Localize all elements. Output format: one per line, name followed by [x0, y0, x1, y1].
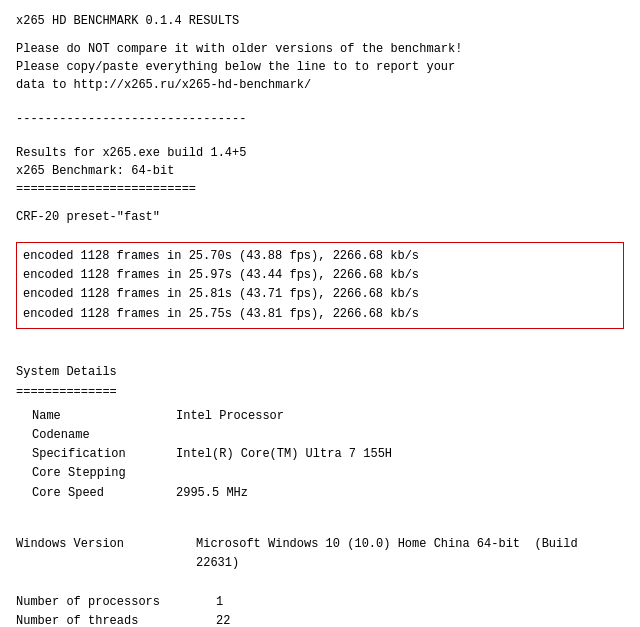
detail-value-specification: Intel(R) Core(TM) Ultra 7 155H	[176, 445, 624, 464]
intro-line2: Please copy/paste everything below the l…	[16, 58, 624, 76]
detail-row-core-speed: Core Speed 2995.5 MHz	[16, 484, 624, 503]
windows-label: Windows Version	[16, 535, 196, 573]
page-title: x265 HD BENCHMARK 0.1.4 RESULTS	[16, 12, 624, 30]
detail-label-name: Name	[16, 407, 176, 426]
num-processors-value: 1	[216, 593, 624, 612]
detail-label-core-speed: Core Speed	[16, 484, 176, 503]
num-threads-label: Number of threads	[16, 612, 216, 627]
intro-line1: Please do NOT compare it with older vers…	[16, 40, 624, 58]
processors-section: Number of processors 1 Number of threads…	[16, 593, 624, 627]
build-line2: x265 Benchmark: 64-bit	[16, 162, 624, 180]
crf-label: CRF-20 preset-"fast"	[16, 208, 624, 226]
windows-value: Microsoft Windows 10 (10.0) Home China 6…	[196, 535, 624, 573]
detail-value-codename	[176, 426, 624, 445]
num-threads-value: 22	[216, 612, 624, 627]
divider-line: --------------------------------	[16, 110, 624, 128]
detail-row-name: Name Intel Processor	[16, 407, 624, 426]
encoded-result-2: encoded 1128 frames in 25.81s (43.71 fps…	[23, 285, 617, 304]
main-content: x265 HD BENCHMARK 0.1.4 RESULTS Please d…	[16, 12, 624, 627]
num-processors-row: Number of processors 1	[16, 593, 624, 612]
build-line1: Results for x265.exe build 1.4+5	[16, 144, 624, 162]
windows-row: Windows Version Microsoft Windows 10 (10…	[16, 535, 624, 573]
num-processors-label: Number of processors	[16, 593, 216, 612]
detail-value-core-speed: 2995.5 MHz	[176, 484, 624, 503]
intro-line3: data to http://x265.ru/x265-hd-benchmark…	[16, 76, 624, 94]
encoded-result-0: encoded 1128 frames in 25.70s (43.88 fps…	[23, 247, 617, 266]
system-details-divider: ==============	[16, 383, 624, 401]
detail-value-core-stepping	[176, 464, 624, 483]
encoded-result-1: encoded 1128 frames in 25.97s (43.44 fps…	[23, 266, 617, 285]
encoded-results-box: encoded 1128 frames in 25.70s (43.88 fps…	[16, 242, 624, 329]
num-threads-row: Number of threads 22	[16, 612, 624, 627]
detail-row-specification: Specification Intel(R) Core(TM) Ultra 7 …	[16, 445, 624, 464]
detail-label-codename: Codename	[16, 426, 176, 445]
system-details-title: System Details	[16, 363, 624, 381]
detail-value-name: Intel Processor	[176, 407, 624, 426]
detail-label-core-stepping: Core Stepping	[16, 464, 176, 483]
windows-section: Windows Version Microsoft Windows 10 (10…	[16, 535, 624, 573]
encoded-result-3: encoded 1128 frames in 25.75s (43.81 fps…	[23, 305, 617, 324]
detail-label-specification: Specification	[16, 445, 176, 464]
detail-row-codename: Codename	[16, 426, 624, 445]
system-details-section: System Details ============== Name Intel…	[16, 363, 624, 503]
detail-row-core-stepping: Core Stepping	[16, 464, 624, 483]
build-line3: =========================	[16, 180, 624, 198]
